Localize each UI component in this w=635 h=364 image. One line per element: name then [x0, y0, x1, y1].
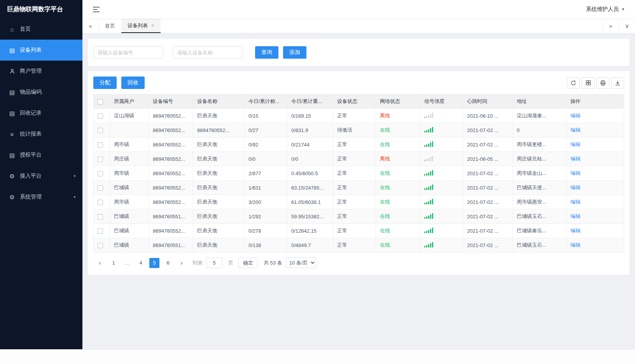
cell-address: 周市镇金山...: [513, 166, 567, 181]
tab-home[interactable]: 首页: [99, 19, 121, 33]
page-button-5-active[interactable]: 5: [149, 258, 159, 268]
goto-page-input[interactable]: [206, 258, 222, 268]
tab-device-list[interactable]: 设备列表 ×: [121, 19, 161, 33]
sidebar-item-device-list[interactable]: ▤ 设备列表: [0, 40, 82, 61]
cell-device-name: 巨鼎天衡: [193, 209, 245, 224]
select-all-checkbox[interactable]: [98, 99, 103, 104]
recycle-button[interactable]: 回收: [121, 77, 145, 89]
row-checkbox[interactable]: [98, 142, 103, 148]
page-button-6[interactable]: 6: [163, 258, 173, 268]
cell-weight: 0/831.9: [287, 123, 333, 138]
sidebar-item-label: 设备列表: [20, 47, 42, 54]
sidebar-item-label: 接入平台: [20, 172, 42, 179]
next-page-button[interactable]: ›: [177, 258, 187, 268]
collapse-sidebar-icon[interactable]: [92, 5, 100, 13]
device-number-input[interactable]: [93, 46, 163, 59]
sidebar-item-access-platform[interactable]: ⚙ 接入平台 ▼: [0, 165, 82, 186]
prev-page-button[interactable]: ‹: [95, 258, 105, 268]
home-icon: ⌂: [9, 26, 16, 32]
tab-label: 设备列表: [128, 22, 148, 29]
close-tab-icon[interactable]: ×: [151, 23, 154, 28]
cell-device-name: 巨鼎天衡: [193, 152, 245, 166]
tabs-scroll-left-button[interactable]: «: [82, 19, 99, 33]
app-window: 巨鼎物联网数字平台 ⌂ 首页 ▤ 设备列表 商户管理 ▤ 物品编码 ▤: [0, 0, 635, 349]
edit-link[interactable]: 编辑: [570, 242, 581, 248]
cell-device-status: 待激活: [333, 123, 376, 138]
cell-merchant: 巴城镇: [110, 181, 149, 195]
row-checkbox[interactable]: [98, 185, 103, 191]
cell-device-name: 巨鼎天衡: [193, 224, 245, 238]
cell-address: 巴城镇玉石...: [513, 238, 567, 253]
cell-device-status: 正常: [333, 224, 376, 238]
page-button-1[interactable]: 1: [108, 258, 119, 268]
sidebar-item-item-coding[interactable]: ▤ 物品编码: [0, 82, 82, 103]
document-icon: ▤: [9, 89, 16, 95]
query-button[interactable]: 查询: [255, 46, 278, 59]
row-checkbox[interactable]: [98, 200, 103, 205]
sidebar-item-label: 商户管理: [20, 68, 42, 75]
per-page-select[interactable]: 10 条/页: [286, 258, 316, 268]
user-menu[interactable]: 系统维护人员 ▼: [586, 6, 625, 13]
table-row: 巴城镇 8694760552... 巨鼎天衡 1/631 63.15/24785…: [94, 181, 624, 195]
cell-heartbeat: 2021-07-02 ...: [463, 238, 513, 253]
cell-device-no: 8694760552...: [149, 109, 193, 123]
table-row: 巴城镇 8694760552... 巨鼎天衡 0/278 0/12642.15 …: [94, 224, 624, 238]
tabs-options-button[interactable]: ∨: [619, 19, 635, 33]
sidebar-item-recycle-records[interactable]: ▤ 回收记录: [0, 103, 82, 124]
edit-link[interactable]: 编辑: [570, 213, 581, 219]
sidebar-item-merchant-management[interactable]: 商户管理: [0, 61, 82, 82]
edit-link[interactable]: 编辑: [570, 185, 581, 190]
edit-link[interactable]: 编辑: [570, 228, 581, 233]
document-icon: ▤: [9, 110, 16, 116]
cell-count: 0/92: [245, 138, 287, 152]
sidebar-item-home[interactable]: ⌂ 首页: [0, 19, 82, 40]
signal-strength-icon: [424, 170, 433, 176]
edit-link[interactable]: 编辑: [570, 170, 581, 176]
cell-heartbeat: 2021-07-02 ...: [463, 181, 513, 195]
download-button[interactable]: [611, 77, 624, 89]
refresh-button[interactable]: [567, 77, 580, 89]
sidebar-item-authorization-platform[interactable]: ▤ 授权平台: [0, 145, 82, 165]
cell-address: 巴城镇天使...: [513, 181, 567, 195]
edit-link[interactable]: 编辑: [570, 141, 581, 147]
network-status-badge: 在线: [380, 228, 390, 233]
cell-heartbeat: 2021-06-10 ...: [463, 109, 513, 123]
sidebar-item-system-management[interactable]: ⚙ 系统管理 ▼: [0, 186, 82, 207]
cell-address: 巴城镇玉石...: [513, 209, 567, 224]
row-checkbox[interactable]: [98, 128, 103, 133]
device-name-input[interactable]: [173, 46, 243, 59]
row-checkbox[interactable]: [98, 157, 103, 162]
edit-link[interactable]: 编辑: [570, 113, 581, 118]
edit-link[interactable]: 编辑: [570, 156, 581, 162]
table-header-row: 所属商户 设备编号 设备名称 今日/累计称... 今日/累计重... 设备状态 …: [94, 94, 624, 109]
cell-weight: 0/169.15: [287, 109, 333, 123]
cell-merchant: 淀山湖镇: [110, 109, 149, 123]
row-checkbox[interactable]: [98, 171, 103, 176]
edit-link[interactable]: 编辑: [570, 127, 581, 133]
page-button-4[interactable]: 4: [136, 258, 146, 268]
add-button[interactable]: 添加: [283, 46, 306, 59]
cell-heartbeat: 2021-07-02 ...: [463, 166, 513, 181]
column-settings-button[interactable]: [582, 77, 595, 89]
row-checkbox[interactable]: [98, 228, 103, 234]
cell-count: 0/0: [245, 152, 287, 166]
bottom-strip: [0, 349, 635, 364]
allocate-button[interactable]: 分配: [93, 77, 117, 89]
signal-strength-icon: [424, 127, 433, 132]
sidebar-item-statistics-report[interactable]: ≡ 统计报表: [0, 124, 82, 145]
row-checkbox[interactable]: [98, 243, 103, 248]
print-button[interactable]: [597, 77, 609, 89]
confirm-page-button[interactable]: 确定: [238, 258, 258, 268]
cell-weight: 0/4849.7: [287, 238, 333, 253]
table-row: 周市镇 8694760552... 巨鼎天衡 0/92 0/21744 正常 在…: [94, 138, 624, 152]
row-checkbox[interactable]: [98, 113, 103, 119]
cell-device-status: 正常: [333, 238, 376, 253]
edit-link[interactable]: 编辑: [570, 199, 581, 205]
cell-merchant: 周市镇: [110, 166, 149, 181]
cell-weight: 59.95/15382...: [287, 209, 333, 224]
network-status-badge: 离线: [380, 156, 390, 162]
tabs-scroll-right-button[interactable]: »: [602, 19, 619, 33]
cell-device-no: 8694760552...: [149, 181, 193, 195]
search-panel: 查询 添加: [88, 39, 630, 66]
row-checkbox[interactable]: [98, 214, 103, 219]
